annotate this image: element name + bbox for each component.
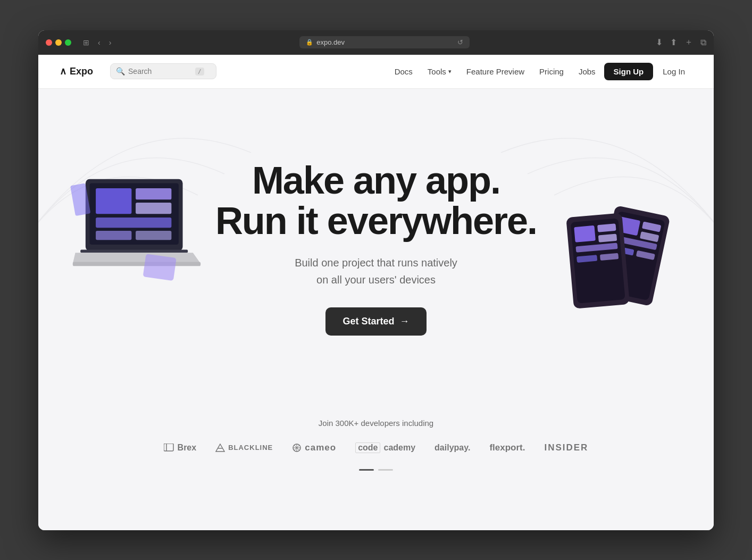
browser-titlebar: ⊞ ‹ › 🔒 expo.dev ↺ ⬇ ⬆ ＋ ⧉ [38,30,714,55]
svg-rect-5 [96,217,171,227]
nav-tools[interactable]: Tools ▾ [421,64,458,79]
download-icon[interactable]: ⬇ [656,37,663,47]
code-box: code [355,442,380,453]
new-tab-icon[interactable]: ＋ [684,37,693,48]
pagination-dot-1[interactable] [359,469,374,471]
search-shortcut: / [195,68,204,76]
get-started-button[interactable]: Get Started → [325,307,426,336]
sidebar-toggle-button[interactable]: ⊞ [81,37,91,48]
search-input[interactable] [128,67,192,76]
browser-actions: ⬇ ⬆ ＋ ⧉ [656,37,706,48]
browser-controls: ⊞ ‹ › [81,37,113,48]
address-bar: 🔒 expo.dev ↺ [299,36,470,48]
hero-subtitle: Build one project that runs natively on … [215,254,537,288]
nav-jobs[interactable]: Jobs [572,64,602,79]
social-proof-text: Join 300K+ developers including [319,419,433,428]
svg-marker-30 [216,444,224,452]
hero-content: Make any app. Run it everywhere. Build o… [215,161,537,335]
logo-text: Expo [70,66,93,77]
company-logos-row: Brex BLACKLINE [164,442,589,453]
cameo-logo: cameo [292,442,336,453]
url-text: expo.dev [316,38,345,46]
hero-section: Make any app. Run it everywhere. Build o… [38,89,714,397]
svg-rect-8 [80,249,188,253]
pagination-dots [359,469,393,471]
maximize-button[interactable] [65,39,71,46]
svg-rect-6 [96,230,131,239]
blackline-logo: BLACKLINE [215,444,273,452]
close-button[interactable] [46,39,52,46]
search-bar[interactable]: 🔍 / [110,63,216,79]
search-icon: 🔍 [116,67,125,76]
svg-rect-9 [73,262,200,266]
cameo-icon [292,443,302,453]
brex-icon [164,444,174,452]
expo-logo-icon: ∧ [60,65,66,77]
svg-rect-22 [574,225,596,242]
blackline-icon [215,444,225,452]
pagination-dot-2[interactable] [378,469,393,471]
insider-logo: INSIDER [544,442,588,453]
nav-pricing[interactable]: Pricing [533,64,570,79]
codecademy-logo: codecademy [355,442,415,453]
share-icon[interactable]: ⬆ [670,37,677,47]
nav-docs[interactable]: Docs [388,64,419,79]
svg-rect-2 [96,188,131,214]
arrow-icon: → [400,316,410,327]
tabs-icon[interactable]: ⧉ [700,38,706,47]
svg-rect-4 [136,203,171,214]
dailypay-logo: dailypay. [435,443,470,453]
minimize-button[interactable] [55,39,62,46]
traffic-lights [46,39,71,46]
back-button[interactable]: ‹ [96,37,103,48]
lock-icon: 🔒 [306,39,313,46]
forward-button[interactable]: › [107,37,114,48]
signup-button[interactable]: Sign Up [604,63,654,80]
svg-rect-3 [136,188,171,199]
svg-rect-28 [164,444,173,451]
login-button[interactable]: Log In [655,63,692,80]
refresh-button[interactable]: ↺ [457,38,463,46]
nav-links: Docs Tools ▾ Feature Preview Pricing Job… [388,63,692,80]
nav-feature-preview[interactable]: Feature Preview [460,64,531,79]
laptop-illustration [70,169,203,317]
browser-window: ⊞ ‹ › 🔒 expo.dev ↺ ⬇ ⬆ ＋ ⧉ ∧ Expo [38,30,714,530]
logo[interactable]: ∧ Expo [60,65,93,77]
hero-title: Make any app. Run it everywhere. [215,161,537,241]
address-bar-wrap: 🔒 expo.dev ↺ [118,36,651,48]
svg-rect-11 [143,254,177,281]
brex-logo: Brex [164,443,197,453]
flexport-logo: flexport. [489,442,525,453]
phone-illustrations [565,174,682,312]
svg-rect-7 [136,230,171,239]
social-proof-section: Join 300K+ developers including Brex [38,397,714,503]
page-content: ∧ Expo 🔍 / Docs Tools ▾ Feature Preview [38,55,714,530]
navbar: ∧ Expo 🔍 / Docs Tools ▾ Feature Preview [38,55,714,89]
